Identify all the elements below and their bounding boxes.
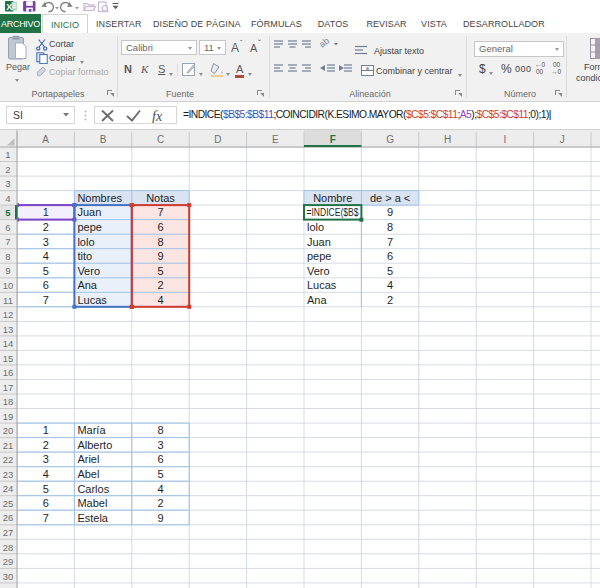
- svg-text:pepe: pepe: [77, 221, 101, 233]
- svg-text:→0: →0: [551, 68, 562, 75]
- svg-text:2: 2: [387, 294, 393, 306]
- svg-text:15: 15: [3, 353, 14, 364]
- svg-text:18: 18: [3, 396, 14, 407]
- svg-text:D: D: [214, 134, 221, 145]
- svg-text:Alberto: Alberto: [77, 439, 112, 451]
- svg-text:Vero: Vero: [307, 265, 330, 277]
- svg-text:4: 4: [387, 279, 393, 291]
- svg-text:16: 16: [3, 367, 14, 378]
- svg-text:2: 2: [43, 221, 49, 233]
- svg-text:4: 4: [5, 193, 10, 204]
- svg-text:26: 26: [3, 512, 14, 523]
- svg-text:23: 23: [3, 469, 14, 480]
- svg-text:4: 4: [43, 468, 49, 480]
- svg-text:11: 11: [3, 295, 13, 306]
- svg-text:E: E: [272, 134, 279, 145]
- svg-text:14: 14: [3, 338, 14, 349]
- svg-text:Nombres: Nombres: [77, 192, 122, 204]
- svg-text:27: 27: [3, 527, 14, 538]
- svg-text:9: 9: [387, 206, 393, 218]
- svg-text:tito: tito: [77, 250, 92, 262]
- svg-text:21: 21: [3, 440, 14, 451]
- svg-text:7: 7: [157, 206, 163, 218]
- svg-text:Notas: Notas: [146, 192, 175, 204]
- svg-text:de > a <: de > a <: [370, 192, 410, 204]
- svg-text:G: G: [386, 134, 394, 145]
- svg-text:00: 00: [536, 68, 544, 75]
- svg-text:25: 25: [3, 498, 14, 509]
- svg-text:A: A: [42, 134, 49, 145]
- svg-text:3: 3: [43, 453, 49, 465]
- svg-text:29: 29: [3, 556, 14, 567]
- svg-text:6: 6: [157, 453, 163, 465]
- svg-text:lolo: lolo: [77, 236, 94, 248]
- svg-text:24: 24: [3, 483, 14, 494]
- svg-text:8: 8: [157, 236, 163, 248]
- svg-text:Estela: Estela: [77, 512, 108, 524]
- svg-text:12: 12: [3, 309, 14, 320]
- svg-text:2: 2: [157, 279, 163, 291]
- svg-text:4: 4: [43, 250, 49, 262]
- svg-text:2: 2: [5, 164, 10, 175]
- svg-text:2: 2: [157, 497, 163, 509]
- svg-text:lolo: lolo: [307, 221, 324, 233]
- svg-text:4: 4: [157, 483, 163, 495]
- svg-text:J: J: [560, 134, 565, 145]
- svg-text:5: 5: [157, 265, 163, 277]
- svg-text:Ariel: Ariel: [77, 453, 99, 465]
- svg-text:22: 22: [3, 454, 14, 465]
- svg-text:Lucas: Lucas: [77, 294, 107, 306]
- svg-text:pepe: pepe: [307, 250, 331, 262]
- svg-text:Carlos: Carlos: [77, 483, 109, 495]
- svg-text:4: 4: [157, 294, 163, 306]
- svg-text:fx: fx: [152, 109, 163, 124]
- svg-text:H: H: [444, 134, 451, 145]
- svg-text:7: 7: [5, 236, 10, 247]
- svg-text:8: 8: [387, 221, 393, 233]
- svg-text:13: 13: [3, 324, 14, 335]
- svg-text:a: a: [366, 65, 369, 71]
- svg-text:9: 9: [157, 512, 163, 524]
- svg-text:6: 6: [157, 221, 163, 233]
- svg-text:7: 7: [43, 294, 49, 306]
- svg-text:3: 3: [5, 178, 10, 189]
- svg-text:6: 6: [387, 250, 393, 262]
- svg-text:10: 10: [3, 280, 14, 291]
- svg-text:Ana: Ana: [307, 294, 327, 306]
- svg-text:3: 3: [43, 236, 49, 248]
- svg-text:Juan: Juan: [77, 206, 101, 218]
- svg-text:=INDICE($B$: =INDICE($B$: [307, 206, 359, 218]
- svg-text:5: 5: [43, 483, 49, 495]
- svg-text:19: 19: [3, 411, 14, 422]
- svg-text:3: 3: [157, 439, 163, 451]
- svg-text:Mabel: Mabel: [77, 497, 107, 509]
- svg-text:7: 7: [387, 236, 393, 248]
- svg-text:←0: ←0: [535, 61, 546, 68]
- svg-text:17: 17: [3, 382, 14, 393]
- svg-text:F: F: [330, 134, 336, 145]
- svg-text:8: 8: [5, 251, 10, 262]
- svg-text:Nombre: Nombre: [313, 192, 352, 204]
- svg-text:ab: ab: [317, 39, 331, 50]
- svg-text:28: 28: [3, 542, 14, 553]
- svg-text:5: 5: [157, 468, 163, 480]
- svg-text:Vero: Vero: [77, 265, 100, 277]
- svg-text:5: 5: [387, 265, 393, 277]
- svg-text:Lucas: Lucas: [307, 279, 337, 291]
- svg-text:6: 6: [43, 497, 49, 509]
- svg-text:Abel: Abel: [77, 468, 99, 480]
- svg-text:00: 00: [553, 61, 561, 68]
- svg-text:1: 1: [5, 149, 10, 160]
- svg-text:B: B: [100, 134, 107, 145]
- svg-text:1: 1: [43, 424, 49, 436]
- svg-text:7: 7: [43, 512, 49, 524]
- svg-text:6: 6: [5, 222, 10, 233]
- svg-text:5: 5: [43, 265, 49, 277]
- svg-text:5: 5: [5, 207, 11, 218]
- svg-text:9: 9: [5, 265, 10, 276]
- svg-text:María: María: [77, 424, 106, 436]
- svg-text:Ana: Ana: [77, 279, 97, 291]
- svg-text:9: 9: [157, 250, 163, 262]
- svg-text:I: I: [504, 134, 507, 145]
- svg-text:30: 30: [3, 571, 14, 582]
